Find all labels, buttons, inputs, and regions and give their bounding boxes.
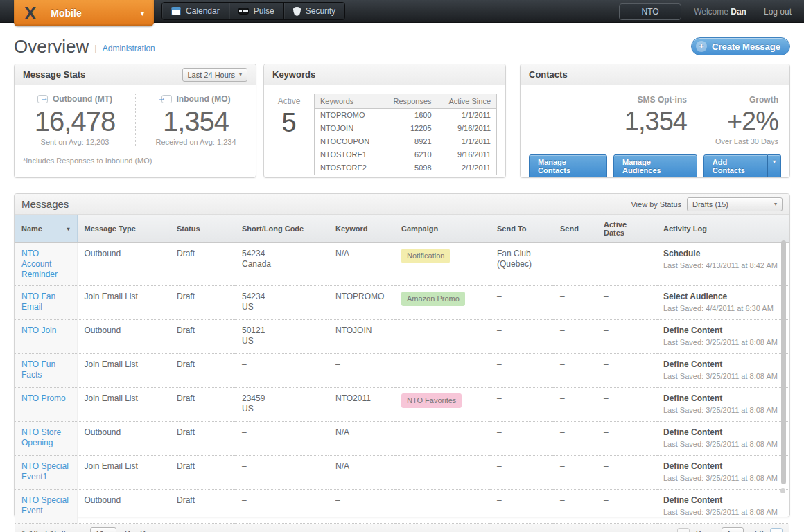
- column-label: Activity Log: [663, 224, 707, 233]
- activity-last-saved: Last Saved: 3/25/2011 at 8:08 AM: [663, 337, 783, 348]
- growth-stat: Growth +2% Over Last 30 Days: [715, 95, 778, 148]
- message-name-link[interactable]: NTO Fun Facts: [21, 360, 55, 380]
- column-label: Name: [21, 224, 42, 233]
- user-name: Dan: [731, 7, 746, 17]
- messages-column-name[interactable]: Name▾: [15, 215, 77, 243]
- messages-column-send[interactable]: Send: [553, 215, 597, 243]
- manage-contacts-button[interactable]: Manage Contacts: [529, 154, 607, 178]
- message-name-link[interactable]: NTO Account Reminder: [21, 249, 58, 279]
- activity-step: Define Content: [663, 495, 783, 506]
- summary-panels-row: Message Stats Last 24 Hours ▾ → Outbound…: [0, 64, 804, 178]
- messages-column-active-dates[interactable]: Active Dates: [597, 215, 656, 243]
- message-name-link[interactable]: NTO Promo: [21, 393, 66, 403]
- create-message-label: Create Message: [712, 42, 780, 52]
- contacts-panel: Contacts SMS Opt-ins 1,354 Growth +2% Ov…: [520, 64, 790, 178]
- status-cell: Draft: [170, 422, 235, 456]
- activity-step: Define Content: [663, 461, 783, 472]
- status-filter-value: Drafts (15): [692, 200, 728, 209]
- sort-desc-icon: ▾: [67, 226, 69, 232]
- message-name-link[interactable]: NTO Fan Email: [21, 292, 55, 312]
- contacts-body: SMS Opt-ins 1,354 Growth +2% Over Last 3…: [521, 85, 789, 148]
- send-cell: –: [553, 388, 597, 422]
- tab-security[interactable]: Security: [284, 3, 344, 19]
- keywords-column-header: Keywords: [315, 94, 383, 109]
- messages-column-keyword[interactable]: Keyword: [329, 215, 394, 243]
- panel-title: Contacts: [529, 69, 568, 80]
- column-label: Message Type: [85, 224, 136, 233]
- active-dates-cell: –: [597, 286, 656, 320]
- keyword-responses: 8921: [382, 135, 437, 148]
- keyword-active-since: 1/1/2011: [437, 109, 497, 123]
- create-message-button[interactable]: + Create Message: [691, 37, 790, 55]
- status-filter-select[interactable]: Drafts (15) ▾: [687, 197, 783, 211]
- tab-label: Security: [306, 6, 335, 16]
- stats-footnote: *Includes Responses to Inbound (MO): [15, 157, 256, 165]
- messages-column-activity-log[interactable]: Activity Log: [656, 215, 789, 243]
- administration-link[interactable]: Administration: [103, 44, 155, 53]
- code-number: 54234: [242, 292, 322, 302]
- app-switcher-button[interactable]: X Mobile ▾: [14, 0, 154, 26]
- send-to-cell: –: [490, 354, 553, 388]
- column-label: Status: [177, 224, 200, 233]
- message-type-cell: Outbound: [77, 320, 170, 354]
- code-number: –: [242, 461, 322, 472]
- message-name-cell: NTO Store Opening: [15, 422, 77, 456]
- per-page-select[interactable]: 10 ▾: [90, 527, 116, 532]
- keyword-name: NTOCOUPON: [315, 135, 383, 148]
- optins-label: SMS Opt-ins: [624, 95, 687, 105]
- message-name-link[interactable]: NTO Special Event: [21, 495, 69, 515]
- campaign-cell: [394, 354, 490, 388]
- chevron-down-icon: ▾: [773, 159, 776, 165]
- time-range-select[interactable]: Last 24 Hours ▾: [182, 68, 248, 82]
- messages-column-send-to[interactable]: Send To: [490, 215, 553, 243]
- messages-column-short-long-code[interactable]: Short/Long Code: [235, 215, 329, 243]
- scrollbar-end-dot: [780, 488, 785, 493]
- message-name-cell: NTO Fan Email: [15, 286, 77, 320]
- column-label: Keyword: [335, 224, 367, 233]
- message-name-link[interactable]: NTO Special Event1: [21, 461, 69, 481]
- message-name-cell: NTO Special Event: [15, 490, 77, 524]
- messages-column-message-type[interactable]: Message Type: [77, 215, 170, 243]
- growth-subtext: Over Last 30 Days: [715, 137, 778, 145]
- active-dates-cell: –: [597, 456, 656, 490]
- status-cell: Draft: [170, 320, 235, 354]
- message-type-cell: Join Email List: [77, 286, 170, 320]
- items-count-text: 1-10 of 15 Items: [21, 529, 82, 532]
- tab-label: Calendar: [186, 6, 220, 16]
- campaign-badge: NTO Favorites: [401, 393, 462, 408]
- keyword-responses: 12205: [382, 122, 437, 135]
- message-name-link[interactable]: NTO Join: [21, 326, 56, 335]
- breadcrumb-separator: |: [94, 43, 96, 53]
- inbound-value: 1,354: [136, 106, 256, 136]
- add-contacts-dropdown-button[interactable]: ▾: [767, 154, 781, 178]
- campaign-badge: Notification: [401, 249, 450, 263]
- activity-step: Schedule: [663, 249, 783, 259]
- message-name-link[interactable]: NTO Store Opening: [21, 427, 61, 447]
- message-type-cell: Join Email List: [77, 456, 170, 490]
- activity-log-cell: Define ContentLast Saved: 3/25/2011 at 8…: [656, 388, 789, 422]
- pulse-icon: [238, 8, 249, 15]
- vertical-scrollbar[interactable]: [781, 240, 786, 484]
- manage-audiences-button[interactable]: Manage Audiences: [613, 154, 697, 178]
- messages-column-campaign[interactable]: Campaign: [394, 215, 490, 243]
- tab-calendar[interactable]: Calendar: [162, 3, 229, 19]
- message-stats-header: Message Stats Last 24 Hours ▾: [15, 64, 256, 85]
- send-to-cell: –: [490, 320, 553, 354]
- keyword-cell: –: [329, 490, 394, 524]
- logout-link[interactable]: Log out: [764, 7, 792, 17]
- campaign-cell: [394, 422, 490, 456]
- page-number-select[interactable]: 1 ▾: [722, 527, 744, 532]
- account-button[interactable]: NTO: [619, 3, 681, 20]
- keyword-active-since: 9/16/2011: [437, 148, 497, 161]
- messages-column-status[interactable]: Status: [170, 215, 235, 243]
- add-contacts-button[interactable]: Add Contacts: [704, 154, 767, 178]
- tab-pulse[interactable]: Pulse: [229, 3, 284, 19]
- message-type-cell: Outbound: [77, 243, 170, 286]
- next-page-button[interactable]: ▸: [770, 528, 783, 532]
- activity-step: Define Content: [663, 326, 783, 336]
- activity-step: Select Audience: [663, 292, 783, 302]
- activity-last-saved: Last Saved: 4/4/2011 at 6:30 AM: [663, 303, 783, 314]
- keyword-active-since: 1/1/2011: [437, 135, 497, 148]
- short-long-code-cell: 54234Canada: [235, 243, 329, 286]
- previous-page-button[interactable]: ◂: [677, 528, 690, 532]
